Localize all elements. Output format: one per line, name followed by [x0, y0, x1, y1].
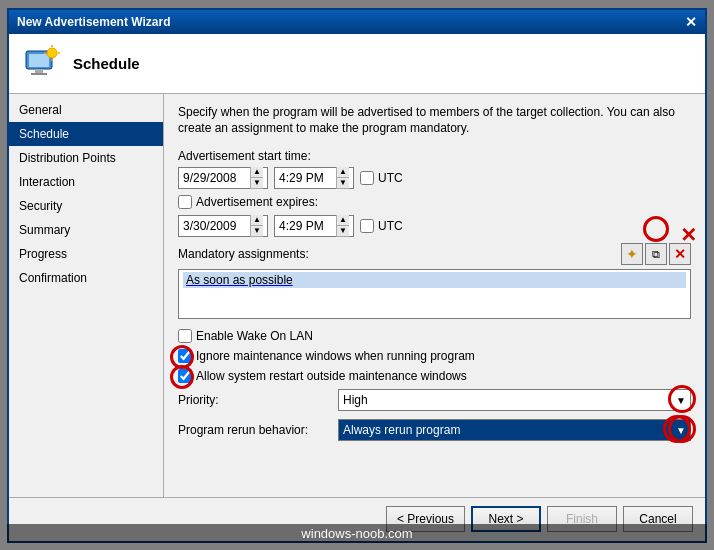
priority-select[interactable]: High ▼ — [338, 389, 691, 411]
expire-time-spinner[interactable]: ▲ ▼ — [336, 215, 349, 237]
sidebar-item-security[interactable]: Security — [9, 194, 163, 218]
start-time-input[interactable]: 4:29 PM ▲ ▼ — [274, 167, 354, 189]
priority-value: High — [343, 393, 368, 407]
delete-icon: ✕ — [674, 246, 686, 262]
description-text: Specify when the program will be adverti… — [178, 104, 691, 138]
start-time-down[interactable]: ▼ — [337, 178, 349, 189]
svg-point-4 — [47, 48, 57, 58]
rerun-select[interactable]: Always rerun program ▼ — [338, 419, 691, 441]
start-date-value: 9/29/2008 — [183, 171, 250, 185]
header-title: Schedule — [73, 55, 140, 72]
mandatory-add-button[interactable]: ✦ — [621, 243, 643, 265]
expire-utc-label: UTC — [378, 219, 403, 233]
rerun-dropdown-arrow[interactable]: ▼ — [676, 425, 686, 436]
allow-restart-checkbox[interactable] — [178, 369, 192, 383]
start-time-spinner[interactable]: ▲ ▼ — [336, 167, 349, 189]
expire-date-value: 3/30/2009 — [183, 219, 250, 233]
start-time-row: 9/29/2008 ▲ ▼ 4:29 PM ▲ ▼ — [178, 167, 691, 189]
expire-time-down[interactable]: ▼ — [337, 226, 349, 237]
expire-date-up[interactable]: ▲ — [251, 215, 263, 226]
sidebar-item-schedule[interactable]: Schedule — [9, 122, 163, 146]
svg-rect-1 — [29, 54, 49, 67]
ignore-maint-row: Ignore maintenance windows when running … — [178, 349, 691, 363]
mandatory-item-text: As soon as possible — [186, 273, 293, 287]
sidebar-item-distribution-points[interactable]: Distribution Points — [9, 146, 163, 170]
expire-time-up[interactable]: ▲ — [337, 215, 349, 226]
header-area: Schedule — [9, 34, 705, 94]
start-date-spinner[interactable]: ▲ ▼ — [250, 167, 263, 189]
sidebar-item-confirmation[interactable]: Confirmation — [9, 266, 163, 290]
mandatory-label: Mandatory assignments: — [178, 247, 309, 261]
content-area: Specify when the program will be adverti… — [164, 94, 705, 497]
start-utc-row: UTC — [360, 171, 403, 185]
svg-rect-3 — [31, 73, 47, 75]
allow-restart-row: Allow system restart outside maintenance… — [178, 369, 691, 383]
start-utc-label: UTC — [378, 171, 403, 185]
expire-utc-checkbox[interactable] — [360, 219, 374, 233]
start-time-up[interactable]: ▲ — [337, 167, 349, 178]
expires-checkbox[interactable] — [178, 195, 192, 209]
wake-on-lan-row: Enable Wake On LAN — [178, 329, 691, 343]
ignore-maint-checkbox[interactable] — [178, 349, 192, 363]
cancel-button[interactable]: Cancel — [623, 506, 693, 532]
start-date-up[interactable]: ▲ — [251, 167, 263, 178]
expire-time-input[interactable]: 4:29 PM ▲ ▼ — [274, 215, 354, 237]
sidebar-item-general[interactable]: General — [9, 98, 163, 122]
wizard-svg-icon — [21, 43, 61, 83]
mandatory-header: Mandatory assignments: ✦ ⧉ ✕ — [178, 243, 691, 265]
priority-label: Priority: — [178, 393, 338, 407]
window-title: New Advertisement Wizard — [17, 15, 171, 29]
mandatory-delete-button[interactable]: ✕ — [669, 243, 691, 265]
wizard-window: New Advertisement Wizard ✕ Sched — [7, 8, 707, 543]
mandatory-list[interactable]: As soon as possible — [178, 269, 691, 319]
copy-icon: ⧉ — [652, 248, 660, 261]
main-content: General Schedule Distribution Points Int… — [9, 94, 705, 497]
expire-date-input[interactable]: 3/30/2009 ▲ ▼ — [178, 215, 268, 237]
start-date-input[interactable]: 9/29/2008 ▲ ▼ — [178, 167, 268, 189]
expire-time-row: 3/30/2009 ▲ ▼ 4:29 PM ▲ ▼ — [178, 215, 691, 237]
allow-restart-label: Allow system restart outside maintenance… — [196, 369, 467, 383]
start-time-value: 4:29 PM — [279, 171, 336, 185]
footer: < Previous Next > Finish Cancel — [9, 497, 705, 541]
next-button[interactable]: Next > — [471, 506, 541, 532]
sidebar-item-progress[interactable]: Progress — [9, 242, 163, 266]
sidebar-item-interaction[interactable]: Interaction — [9, 170, 163, 194]
wake-on-lan-label: Enable Wake On LAN — [196, 329, 313, 343]
rerun-value: Always rerun program — [343, 423, 460, 437]
expires-label: Advertisement expires: — [196, 195, 318, 209]
mandatory-copy-button[interactable]: ⧉ — [645, 243, 667, 265]
priority-row: Priority: High ▼ — [178, 389, 691, 411]
header-icon — [21, 43, 61, 83]
sidebar: General Schedule Distribution Points Int… — [9, 94, 164, 497]
finish-button[interactable]: Finish — [547, 506, 617, 532]
ignore-maint-label: Ignore maintenance windows when running … — [196, 349, 475, 363]
mandatory-item-underlined: As soon as possible — [186, 273, 293, 287]
wake-on-lan-checkbox[interactable] — [178, 329, 192, 343]
window-close-button[interactable]: ✕ — [685, 15, 697, 29]
mandatory-buttons: ✦ ⧉ ✕ — [621, 243, 691, 265]
svg-rect-2 — [35, 69, 43, 73]
start-utc-checkbox[interactable] — [360, 171, 374, 185]
expire-date-spinner[interactable]: ▲ ▼ — [250, 215, 263, 237]
mandatory-list-item[interactable]: As soon as possible — [183, 272, 686, 288]
expire-utc-row: UTC — [360, 219, 403, 233]
expires-checkbox-row: Advertisement expires: — [178, 195, 691, 209]
previous-button[interactable]: < Previous — [386, 506, 465, 532]
title-bar: New Advertisement Wizard ✕ — [9, 10, 705, 34]
expire-time-value: 4:29 PM — [279, 219, 336, 233]
priority-dropdown-arrow[interactable]: ▼ — [676, 395, 686, 406]
rerun-row: Program rerun behavior: Always rerun pro… — [178, 419, 691, 441]
start-date-down[interactable]: ▼ — [251, 178, 263, 189]
add-icon: ✦ — [626, 246, 638, 262]
rerun-label: Program rerun behavior: — [178, 423, 338, 437]
start-time-label: Advertisement start time: — [178, 149, 691, 163]
sidebar-item-summary[interactable]: Summary — [9, 218, 163, 242]
expire-date-down[interactable]: ▼ — [251, 226, 263, 237]
